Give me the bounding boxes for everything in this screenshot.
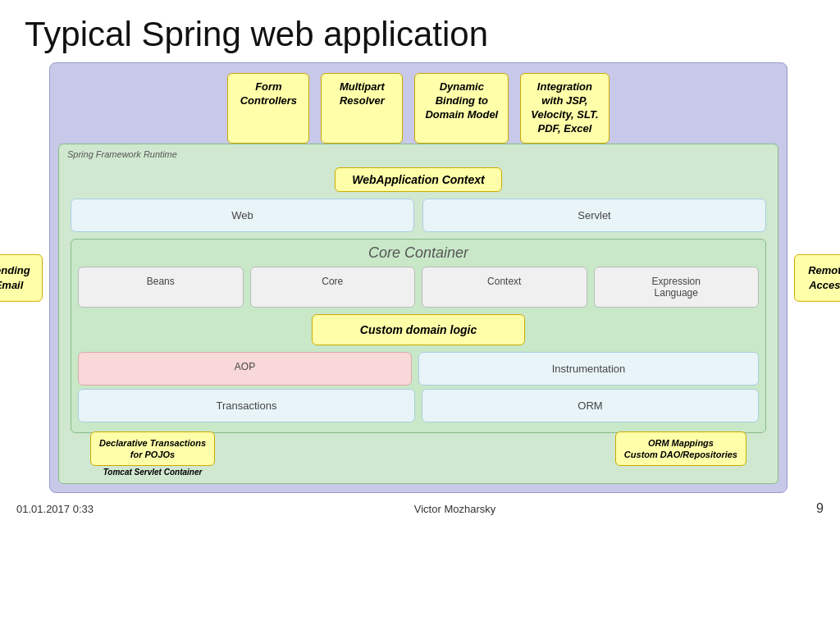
core-boxes-row: Beans Core Context Expression Language <box>78 267 759 308</box>
aop-box: AOP <box>78 352 412 386</box>
servlet-box: Servlet <box>422 199 766 232</box>
instrumentation-box: Instrumentation <box>418 352 759 386</box>
web-box: Web <box>71 199 414 232</box>
core-container: Core Container Beans Core Context Expres… <box>71 239 766 433</box>
runtime-label: Spring Framework Runtime <box>67 149 177 159</box>
trans-row: Transactions ORM <box>78 389 759 422</box>
core-container-label: Core Container <box>78 244 759 262</box>
form-controllers-box: Form Controllers <box>227 73 309 144</box>
declarative-transactions-box: Declarative Transactions for POJOs <box>90 431 215 467</box>
core-box: Core <box>250 267 416 308</box>
footer-author: Victor Mozharsky <box>414 503 495 515</box>
bottom-boxes-row: Declarative Transactions for POJOs Tomca… <box>66 431 771 477</box>
spring-runtime-container: Spring Framework Runtime WebApplication … <box>58 144 778 485</box>
footer-date: 01.01.2017 0:33 <box>16 503 94 515</box>
tomcat-label: Tomcat Servlet Container <box>90 468 215 477</box>
orm-mappings-box: ORM Mappings Custom DAO/Repositories <box>615 431 746 467</box>
expression-language-box: Expression Language <box>594 267 760 308</box>
aop-row: AOP Instrumentation <box>78 352 759 386</box>
footer: 01.01.2017 0:33 Victor Mozharsky 9 <box>0 496 840 521</box>
integration-jsp-box: Integration with JSP, Velocity, SLT. PDF… <box>520 73 609 144</box>
orm-box: ORM <box>422 389 759 422</box>
custom-domain-box: Custom domain logic <box>312 314 525 345</box>
slide-number: 9 <box>816 501 824 516</box>
outer-container: Form Controllers Multipart Resolver Dyna… <box>49 62 788 493</box>
top-boxes-row: Form Controllers Multipart Resolver Dyna… <box>58 73 778 144</box>
context-box: Context <box>422 267 587 308</box>
side-left-box: Sending Email <box>0 253 43 301</box>
multipart-resolver-box: Multipart Resolver <box>321 73 403 144</box>
side-right-box: Remote Access <box>794 253 840 301</box>
dynamic-binding-box: Dynamic Binding to Domain Model <box>414 73 509 144</box>
beans-box: Beans <box>78 267 244 308</box>
web-servlet-row: Web Servlet <box>71 199 766 232</box>
webapp-context-box: WebApplication Context <box>335 167 502 192</box>
page-title: Typical Spring web application <box>0 0 840 62</box>
transactions-box: Transactions <box>78 389 415 422</box>
